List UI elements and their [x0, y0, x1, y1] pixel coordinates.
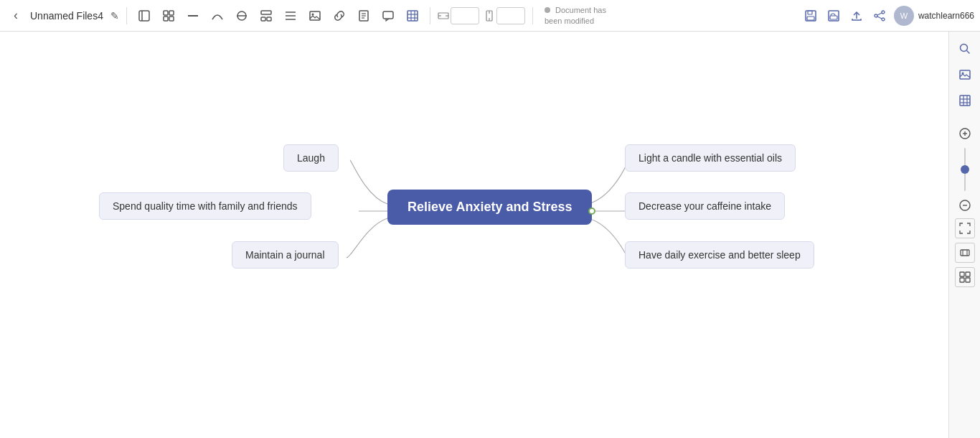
separator-3: [532, 7, 533, 24]
svg-rect-3: [169, 11, 174, 15]
branch-quality-time[interactable]: Spend quality time with family and frien…: [99, 192, 311, 220]
svg-point-39: [882, 11, 885, 14]
tool-icon-10[interactable]: [354, 6, 374, 26]
svg-rect-46: [960, 70, 970, 79]
toolbar: ‹ Unnamed Files4 ✎ 30: [0, 0, 980, 32]
center-node[interactable]: Relieve Anxiety and Stress: [387, 190, 592, 225]
svg-rect-35: [807, 17, 814, 20]
svg-rect-58: [961, 250, 969, 256]
user-avatar[interactable]: W: [894, 6, 914, 26]
svg-line-43: [877, 17, 882, 19]
right-sidebar: [948, 32, 980, 438]
document-status: Document hasbeen modified: [545, 5, 606, 26]
branch-caffeine[interactable]: Decrease your caffeine intake: [625, 192, 785, 220]
svg-rect-9: [261, 11, 271, 14]
svg-point-40: [882, 18, 885, 21]
tool-icon-5[interactable]: [232, 6, 252, 26]
sidebar-search-icon[interactable]: [953, 37, 976, 60]
svg-point-44: [960, 45, 967, 52]
branch-journal[interactable]: Maintain a journal: [232, 241, 339, 269]
branch-laugh[interactable]: Laugh: [283, 144, 339, 172]
svg-rect-15: [310, 11, 320, 20]
svg-point-41: [875, 14, 877, 17]
separator-2: [430, 7, 430, 24]
svg-rect-48: [960, 95, 970, 106]
status-dot: [545, 7, 550, 13]
tool-icon-11[interactable]: [378, 6, 398, 26]
back-button[interactable]: ‹: [6, 6, 26, 26]
fit-width-button[interactable]: [955, 243, 975, 263]
mindmap-connections: [0, 32, 948, 438]
tool-icon-8[interactable]: [305, 6, 325, 26]
svg-rect-4: [164, 17, 168, 21]
sidebar-image-icon[interactable]: [953, 63, 976, 86]
svg-line-42: [877, 13, 882, 15]
tool-icon-2[interactable]: [159, 6, 179, 26]
svg-rect-64: [966, 278, 970, 282]
separator-1: [126, 7, 127, 24]
tool-icon-9[interactable]: [329, 6, 349, 26]
zoom-slider-thumb[interactable]: [961, 165, 969, 174]
svg-rect-21: [383, 11, 393, 19]
svg-rect-2: [164, 11, 168, 15]
share-icon[interactable]: [870, 6, 890, 26]
sidebar-table-icon[interactable]: [953, 89, 976, 112]
branch-exercise[interactable]: Have daily exercise and better sleep: [625, 241, 814, 269]
svg-rect-62: [966, 272, 970, 276]
svg-rect-10: [261, 17, 265, 21]
export-icon[interactable]: [847, 6, 867, 26]
zoom-out-button[interactable]: [955, 195, 975, 215]
document-title: Unnamed Files4: [30, 10, 103, 22]
fit-screen-button[interactable]: [955, 218, 975, 238]
tool-icon-1[interactable]: [134, 6, 154, 26]
tool-icon-6[interactable]: [256, 6, 276, 26]
svg-rect-0: [139, 11, 149, 21]
tool-icon-12[interactable]: [402, 6, 423, 26]
svg-rect-61: [960, 272, 964, 276]
height-input-box: 30: [484, 7, 525, 24]
svg-rect-11: [267, 17, 271, 21]
tool-icon-3[interactable]: [183, 6, 203, 26]
main-area: Relieve Anxiety and Stress Laugh Spend q…: [0, 32, 980, 438]
zoom-in-button[interactable]: [955, 124, 975, 144]
svg-line-45: [966, 51, 969, 54]
save-local-icon[interactable]: [801, 6, 821, 26]
edit-title-icon[interactable]: ✎: [110, 10, 119, 22]
zoom-slider-track[interactable]: [964, 148, 966, 191]
width-input-box: 30: [438, 7, 479, 24]
connection-dot: [588, 208, 595, 215]
svg-rect-5: [169, 17, 174, 21]
height-input[interactable]: 30: [496, 7, 525, 24]
svg-rect-63: [960, 278, 964, 282]
save-icons-group: [801, 6, 890, 26]
width-input[interactable]: 30: [451, 7, 479, 24]
save-cloud-icon[interactable]: [824, 6, 844, 26]
svg-point-16: [311, 13, 314, 15]
tool-icon-7[interactable]: [281, 6, 301, 26]
username-label[interactable]: watchlearn666: [918, 11, 974, 21]
zoom-section: [955, 124, 975, 289]
tool-icon-4[interactable]: [207, 6, 227, 26]
svg-rect-22: [407, 11, 418, 21]
canvas[interactable]: Relieve Anxiety and Stress Laugh Spend q…: [0, 32, 948, 438]
fit-grid-button[interactable]: [955, 267, 975, 287]
branch-candle[interactable]: Light a candle with essential oils: [625, 144, 796, 172]
svg-rect-37: [830, 16, 837, 19]
